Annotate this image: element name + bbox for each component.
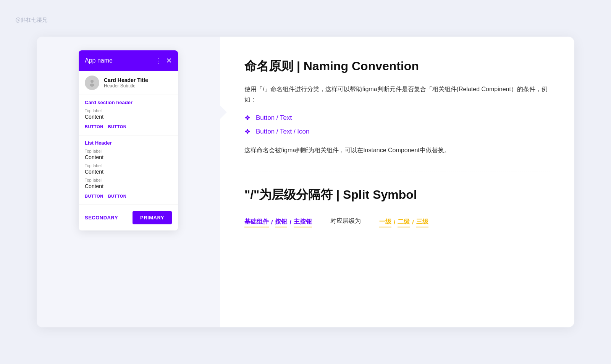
section2-row1-content: Content bbox=[85, 154, 172, 160]
primary-button[interactable]: PRIMARY bbox=[133, 211, 172, 224]
section-divider bbox=[244, 171, 550, 171]
close-icon[interactable]: ✕ bbox=[166, 56, 172, 65]
section2-button-row: BUTTON BUTTON bbox=[85, 192, 172, 200]
main-button-label: 主按钮 bbox=[294, 218, 312, 227]
slash-1: / bbox=[271, 219, 273, 227]
section1-button1[interactable]: BUTTON bbox=[85, 123, 103, 130]
section2-row3-label: Top label bbox=[85, 178, 172, 182]
level2-text: 二级 bbox=[398, 218, 410, 227]
list-item: ❖ Button / Text / Icon bbox=[244, 127, 550, 136]
main-button-item: 主按钮 bbox=[294, 218, 312, 227]
corresponds-label: 对应层级为 bbox=[330, 217, 361, 227]
section2-row2-content: Content bbox=[85, 169, 172, 175]
naming-list: ❖ Button / Text ❖ Button / Text / Icon bbox=[244, 114, 550, 136]
slash-2: / bbox=[289, 219, 291, 227]
section2-row1-label: Top label bbox=[85, 149, 172, 153]
left-panel: App name ⋮ ✕ Card Header Title Header Su… bbox=[37, 37, 220, 327]
svg-point-1 bbox=[90, 84, 94, 87]
main-container: App name ⋮ ✕ Card Header Title Header Su… bbox=[37, 37, 574, 327]
split-symbol-row: 基础组件 / 按钮 / 主按钮 对应层级为 一级 / 二 bbox=[244, 217, 550, 227]
card-section-2: List Header Top label Content Top label … bbox=[79, 135, 178, 205]
card-header-subtitle: Header Subtitle bbox=[104, 83, 148, 89]
header-icons: ⋮ ✕ bbox=[155, 56, 172, 65]
card-header-row: Card Header Title Header Subtitle bbox=[79, 71, 178, 95]
naming-convention-title: 命名原则 | Naming Convention bbox=[244, 58, 550, 75]
section2-header: List Header bbox=[85, 140, 172, 146]
diamond-icon-2: ❖ bbox=[244, 127, 251, 136]
card-section-1: Card section header Top label Content BU… bbox=[79, 95, 178, 135]
naming-convention-desc1: 使用「/」命名组件进行分类，这样可以帮助figma判断元件是否复合「相关组件(R… bbox=[244, 84, 550, 105]
phone-card: App name ⋮ ✕ Card Header Title Header Su… bbox=[79, 50, 178, 230]
phone-app-header: App name ⋮ ✕ bbox=[79, 50, 178, 71]
naming-convention-desc2: 这样命名会被figma判断为相关组件，可以在Instance Component… bbox=[244, 145, 550, 155]
level2-item: 二级 bbox=[398, 218, 410, 227]
section1-header: Card section header bbox=[85, 100, 172, 105]
card-header-text: Card Header Title Header Subtitle bbox=[104, 77, 148, 89]
button-label: 按钮 bbox=[275, 218, 287, 227]
more-icon[interactable]: ⋮ bbox=[155, 56, 162, 65]
svg-point-0 bbox=[91, 80, 94, 83]
level-slash-1: / bbox=[394, 219, 395, 227]
section2-row2-label: Top label bbox=[85, 163, 172, 168]
section2-button2[interactable]: BUTTON bbox=[108, 192, 127, 200]
right-panel: 命名原则 | Naming Convention 使用「/」命名组件进行分类，这… bbox=[220, 37, 574, 327]
app-name: App name bbox=[85, 57, 113, 64]
diamond-icon-1: ❖ bbox=[244, 114, 251, 122]
level1-text: 一级 bbox=[379, 218, 391, 227]
section1-content: Content bbox=[85, 114, 172, 120]
level3-text: 三级 bbox=[416, 218, 428, 227]
section1-top-label: Top label bbox=[85, 108, 172, 113]
watermark: @斜杠七湿兄 bbox=[15, 17, 47, 24]
section2-row3-content: Content bbox=[85, 183, 172, 189]
card-footer: SECONDARY PRIMARY bbox=[79, 205, 178, 230]
section2-button1[interactable]: BUTTON bbox=[85, 192, 103, 200]
basics-item: 基础组件 bbox=[244, 218, 269, 227]
basics-group: 基础组件 / 按钮 / 主按钮 bbox=[244, 218, 312, 227]
level-slash-2: / bbox=[412, 219, 414, 227]
list-item: ❖ Button / Text bbox=[244, 114, 550, 122]
list-item-1-text: Button / Text bbox=[256, 114, 292, 122]
card-header-title: Card Header Title bbox=[104, 77, 148, 83]
split-symbol-title: "/"为层级分隔符 | Split Symbol bbox=[244, 187, 550, 203]
level-group: 一级 / 二级 / 三级 bbox=[379, 218, 428, 227]
level3-item: 三级 bbox=[416, 218, 428, 227]
section1-button2[interactable]: BUTTON bbox=[108, 123, 127, 130]
secondary-button[interactable]: SECONDARY bbox=[85, 215, 118, 221]
section1-button-row: BUTTON BUTTON bbox=[85, 123, 172, 130]
button-item: 按钮 bbox=[275, 218, 287, 227]
basics-label: 基础组件 bbox=[244, 218, 269, 227]
list-item-2-text: Button / Text / Icon bbox=[256, 128, 310, 135]
level1-item: 一级 bbox=[379, 218, 391, 227]
avatar bbox=[85, 76, 99, 90]
